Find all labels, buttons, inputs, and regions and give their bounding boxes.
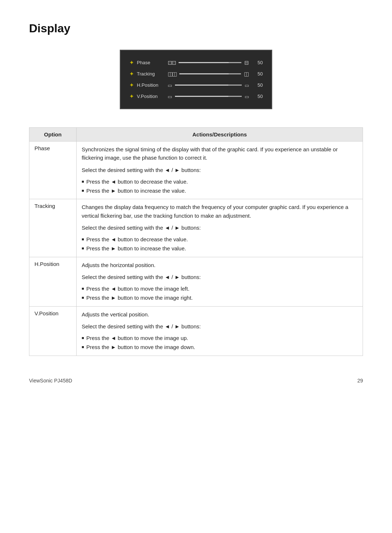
bullet-item: Press the ◄ button to decrease the value… — [82, 177, 358, 186]
osd-track-fill — [179, 62, 229, 63]
osd-row: ✦ V.Position ▭ ▭ 50 — [129, 91, 263, 102]
description-cell: Adjusts the vertical position.Select the… — [77, 306, 363, 356]
osd-track — [175, 96, 242, 97]
bullet-item: Press the ◄ button to decrease the value… — [82, 235, 358, 244]
osd-value: 50 — [252, 94, 263, 99]
bullet-item: Press the ◄ button to move the image lef… — [82, 284, 358, 293]
bullet-item: Press the ► button to increase the value… — [82, 244, 358, 253]
osd-icon-left: ▭ — [168, 82, 172, 88]
osd-track-fill — [175, 96, 228, 97]
osd-track-fill — [179, 73, 229, 74]
osd-track-fill — [175, 85, 228, 86]
bullet-list: Press the ◄ button to decrease the value… — [82, 177, 358, 196]
osd-value: 50 — [252, 71, 263, 77]
bullet-item: Press the ◄ button to move the image up. — [82, 333, 358, 343]
osd-icon-left: ◫◫ — [168, 71, 176, 77]
osd-row: ✦ Tracking ◫◫ ◫ 50 — [129, 68, 263, 79]
bullet-item: Press the ► button to increase the value… — [82, 186, 358, 195]
bullet-list: Press the ◄ button to decrease the value… — [82, 235, 358, 253]
description-intro: Changes the display data frequency to ma… — [82, 203, 358, 220]
osd-slider: ◫◫ ◫ — [168, 71, 249, 77]
table-row: H.PositionAdjusts the horizontal positio… — [29, 257, 363, 306]
bullet-list: Press the ◄ button to move the image lef… — [82, 284, 358, 303]
select-line: Select the desired setting with the ◄ / … — [82, 224, 358, 232]
osd-value: 50 — [252, 82, 263, 88]
osd-screenshot: ✦ Phase ⊡⊡ ⊟ 50 ✦ Tracking ◫◫ ◫ 50 ✦ — [120, 50, 272, 109]
select-line: Select the desired setting with the ◄ / … — [82, 322, 358, 331]
bullet-item: Press the ► button to move the image dow… — [82, 343, 358, 352]
osd-bullet: ✦ — [129, 93, 134, 100]
col-actions-header: Actions/Descriptions — [77, 128, 363, 142]
osd-track — [175, 85, 242, 86]
osd-slider: ▭ ▭ — [168, 82, 249, 88]
osd-row: ✦ H.Position ▭ ▭ 50 — [129, 79, 263, 91]
footer-brand: ViewSonic PJ458D — [29, 378, 72, 384]
page-title: Display — [29, 22, 363, 35]
osd-icon-left: ▭ — [168, 94, 172, 99]
osd-value: 50 — [252, 60, 263, 65]
osd-icon-right: ⊟ — [244, 60, 249, 66]
description-cell: Changes the display data frequency to ma… — [77, 199, 363, 257]
option-cell: Tracking — [29, 199, 77, 257]
osd-slider: ⊡⊡ ⊟ — [168, 60, 249, 66]
description-intro: Adjusts the horizontal position. — [82, 261, 358, 269]
option-cell: Phase — [29, 142, 77, 199]
osd-icon-left: ⊡⊡ — [168, 60, 176, 66]
footer: ViewSonic PJ458D 29 — [29, 378, 363, 384]
osd-slider: ▭ ▭ — [168, 94, 249, 99]
select-line: Select the desired setting with the ◄ / … — [82, 273, 358, 281]
osd-icon-right: ◫ — [244, 71, 249, 77]
bullet-list: Press the ◄ button to move the image up.… — [82, 333, 358, 352]
description-intro: Adjusts the vertical position. — [82, 310, 358, 319]
footer-page-number: 29 — [357, 378, 363, 384]
osd-row-label: Tracking — [137, 71, 168, 77]
description-cell: Synchronizes the signal timing of the di… — [77, 142, 363, 199]
select-line: Select the desired setting with the ◄ / … — [82, 166, 358, 174]
osd-row-label: H.Position — [137, 82, 168, 88]
table-row: TrackingChanges the display data frequen… — [29, 199, 363, 257]
osd-row-label: V.Position — [137, 94, 168, 99]
option-cell: H.Position — [29, 257, 77, 306]
osd-bullet: ✦ — [129, 82, 134, 89]
col-option-header: Option — [29, 128, 77, 142]
osd-track — [179, 62, 241, 63]
description-cell: Adjusts the horizontal position.Select t… — [77, 257, 363, 306]
bullet-item: Press the ► button to move the image rig… — [82, 293, 358, 302]
osd-icon-right: ▭ — [245, 82, 249, 88]
description-table: Option Actions/Descriptions PhaseSynchro… — [29, 127, 363, 356]
description-intro: Synchronizes the signal timing of the di… — [82, 145, 358, 162]
osd-bullet: ✦ — [129, 70, 134, 77]
osd-row: ✦ Phase ⊡⊡ ⊟ 50 — [129, 57, 263, 68]
osd-bullet: ✦ — [129, 59, 134, 66]
table-row: V.PositionAdjusts the vertical position.… — [29, 306, 363, 356]
osd-track — [179, 73, 241, 74]
table-row: PhaseSynchronizes the signal timing of t… — [29, 142, 363, 199]
option-cell: V.Position — [29, 306, 77, 356]
osd-row-label: Phase — [137, 60, 168, 65]
osd-icon-right: ▭ — [245, 94, 249, 99]
